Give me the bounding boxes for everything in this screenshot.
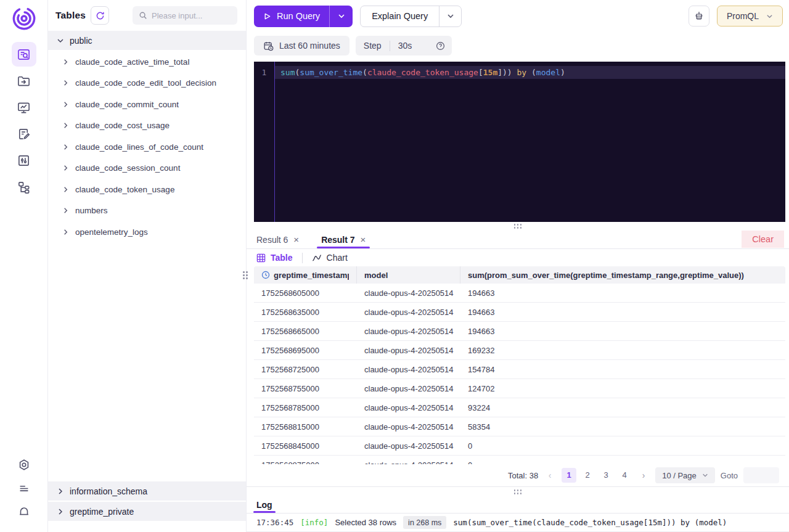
editor-code-line: sum(sum_over_time(claude_code_token_usag… xyxy=(275,66,785,79)
nav-pipelines[interactable] xyxy=(12,174,36,199)
view-table-label: Table xyxy=(271,253,293,263)
close-icon[interactable]: × xyxy=(293,235,299,244)
brush-icon xyxy=(693,10,705,22)
table-tree-item[interactable]: claude_code_commit_count xyxy=(48,94,246,115)
result-tab[interactable]: Result 6 × xyxy=(256,231,299,248)
table-tree-item[interactable]: claude_code_cost_usage xyxy=(48,115,246,137)
code-token: )) xyxy=(502,68,517,77)
chevron-down-icon xyxy=(766,13,773,20)
cell-model: claude-opus-4-20250514 xyxy=(357,322,460,341)
step-input[interactable]: 30s xyxy=(390,41,436,51)
table-row: 1752568665000 claude-opus-4-20250514 194… xyxy=(254,322,785,341)
query-editor[interactable]: 1 sum(sum_over_time(claude_code_token_us… xyxy=(254,62,785,222)
cell-timestamp: 1752568845000 xyxy=(254,436,357,456)
pagination-page[interactable]: 1 xyxy=(562,468,576,483)
close-icon[interactable]: × xyxy=(361,235,366,244)
view-toggle: Table Chart xyxy=(247,249,789,266)
chevron-right-icon xyxy=(62,144,69,150)
nav-settings[interactable] xyxy=(12,453,36,477)
view-chart-label: Chart xyxy=(327,253,348,263)
pagination-total: Total: 38 xyxy=(508,471,538,480)
cell-value: 58354 xyxy=(460,417,785,436)
gear-icon xyxy=(17,458,31,472)
table-body: 1752568605000 claude-opus-4-20250514 194… xyxy=(254,284,785,464)
chevron-down-icon xyxy=(447,12,454,20)
clear-results-button[interactable]: Clear xyxy=(742,231,784,248)
table-tree-item[interactable]: claude_code_token_usage xyxy=(48,179,246,200)
log-entry: 17:36:45 [info] Selected 38 rows in 268 … xyxy=(247,514,789,532)
run-query-button[interactable]: Run Query xyxy=(254,6,329,27)
tables-tree: public claude_code_active_time_total cla… xyxy=(48,31,246,532)
log-query-text: sum(sum_over_time(claude_code_token_usag… xyxy=(453,518,727,527)
nav-notifications[interactable] xyxy=(12,500,36,523)
tables-panel-title: Tables xyxy=(55,10,86,21)
table-name: numbers xyxy=(75,206,108,215)
results-table-wrapper: greptime_timestamp model sum(prom_sum_ov… xyxy=(254,266,785,464)
schema-group-label: public xyxy=(70,36,92,46)
column-header-sum[interactable]: sum(prom_sum_over_time(greptime_timestam… xyxy=(460,266,785,284)
refresh-tables-button[interactable] xyxy=(91,6,109,25)
schema-group-greptime-private[interactable]: greptime_private xyxy=(48,502,246,521)
nav-menu[interactable] xyxy=(12,477,36,500)
table-tree-item[interactable]: opentelemetry_logs xyxy=(48,221,246,243)
view-toggle-chart[interactable]: Chart xyxy=(312,253,348,263)
resize-handle[interactable] xyxy=(514,224,522,229)
greptime-logo-icon[interactable] xyxy=(10,5,38,32)
resize-handle[interactable] xyxy=(514,489,522,494)
time-range-select[interactable]: Last 60 minutes xyxy=(254,36,350,55)
editor-code-area[interactable]: sum(sum_over_time(claude_code_token_usag… xyxy=(274,62,785,222)
cell-timestamp: 1752568605000 xyxy=(254,284,357,303)
result-tab-label: Result 6 xyxy=(256,235,288,245)
format-query-button[interactable] xyxy=(689,6,709,27)
explain-query-button[interactable]: Explain Query xyxy=(361,6,439,27)
result-tab[interactable]: Result 7 × xyxy=(321,231,366,248)
table-search[interactable] xyxy=(133,6,237,25)
table-tree-item[interactable]: claude_code_active_time_total xyxy=(48,51,246,73)
results-table: greptime_timestamp model sum(prom_sum_ov… xyxy=(254,266,785,464)
pagination-page[interactable]: 4 xyxy=(617,468,632,483)
table-search-input[interactable] xyxy=(152,11,231,20)
run-query-dropdown-button[interactable] xyxy=(329,6,353,27)
column-header-timestamp[interactable]: greptime_timestamp xyxy=(254,266,357,284)
play-icon xyxy=(263,12,271,20)
nav-dashboards[interactable] xyxy=(12,95,36,120)
panel-resize-handle[interactable] xyxy=(243,271,248,279)
help-icon[interactable] xyxy=(436,41,445,51)
tab-log[interactable]: Log xyxy=(256,497,272,513)
cell-value: 169232 xyxy=(460,341,785,360)
schema-group-information-schema[interactable]: information_schema xyxy=(48,481,246,501)
nav-table-query[interactable] xyxy=(12,42,36,67)
table-tree-item[interactable]: claude_code_lines_of_code_count xyxy=(48,136,246,158)
time-range-value: Last 60 minutes xyxy=(279,41,340,51)
cell-model: claude-opus-4-20250514 xyxy=(357,341,460,360)
table-row: 1752568815000 claude-opus-4-20250514 583… xyxy=(254,417,785,436)
nav-ingest[interactable] xyxy=(12,68,36,93)
table-tree-item[interactable]: claude_code_code_edit_tool_decision xyxy=(48,73,246,94)
refresh-icon xyxy=(96,11,105,20)
pagination-page[interactable]: 2 xyxy=(580,468,595,483)
cell-timestamp: 1752568755000 xyxy=(254,379,357,398)
page-size-value: 10 / Page xyxy=(662,471,697,480)
cell-model: claude-opus-4-20250514 xyxy=(357,284,460,303)
chevron-down-icon xyxy=(338,12,345,20)
column-header-model[interactable]: model xyxy=(357,266,460,284)
table-tree-item[interactable]: claude_code_session_count xyxy=(48,158,246,179)
page-size-select[interactable]: 10 / Page xyxy=(655,467,715,483)
prev-page-icon[interactable]: ‹ xyxy=(544,470,556,480)
next-page-icon[interactable]: › xyxy=(637,470,650,480)
goto-page-input[interactable] xyxy=(743,467,779,483)
bell-icon xyxy=(17,505,31,518)
table-tree-item[interactable]: numbers xyxy=(48,200,246,222)
nav-scripts[interactable] xyxy=(12,121,36,146)
table-query-icon xyxy=(17,47,31,62)
explain-query-dropdown-button[interactable] xyxy=(439,6,461,27)
cell-model: claude-opus-4-20250514 xyxy=(357,398,460,417)
cell-model: claude-opus-4-20250514 xyxy=(357,303,460,322)
pagination-page[interactable]: 3 xyxy=(599,468,613,483)
goto-label: Goto xyxy=(721,471,738,480)
view-toggle-table[interactable]: Table xyxy=(256,253,293,263)
nav-status[interactable] xyxy=(12,148,36,173)
schema-group-public[interactable]: public xyxy=(48,31,246,50)
language-select[interactable]: PromQL xyxy=(717,6,783,27)
step-control: Step 30s xyxy=(356,36,452,55)
